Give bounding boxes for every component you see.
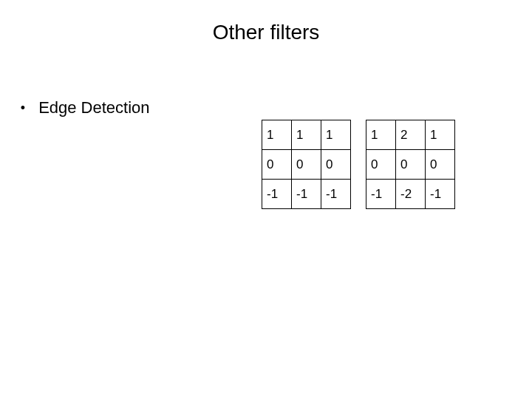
- matrix-cell: -1: [426, 180, 455, 209]
- matrix-cell: -1: [262, 180, 292, 209]
- matrices-container: 1 1 1 0 0 0 -1 -1 -1 1 2 1 0: [262, 120, 455, 209]
- slide: Other filters • Edge Detection 1 1 1 0 0…: [0, 0, 532, 399]
- matrix-cell: -1: [366, 180, 396, 209]
- matrix-cell: 0: [321, 150, 351, 180]
- matrix-cell: 1: [262, 120, 292, 150]
- table-row: 1 2 1: [366, 120, 455, 150]
- matrix-cell: 0: [366, 150, 396, 180]
- matrix-cell: 0: [426, 150, 455, 180]
- table-row: 1 1 1: [262, 120, 351, 150]
- matrix-cell: -2: [396, 180, 426, 209]
- matrix-cell: -1: [292, 180, 321, 209]
- table-row: 0 0 0: [366, 150, 455, 180]
- matrix-right: 1 2 1 0 0 0 -1 -2 -1: [366, 120, 455, 209]
- bullet-text: Edge Detection: [38, 98, 149, 117]
- matrix-cell: 1: [366, 120, 396, 150]
- matrix-cell: 0: [262, 150, 292, 180]
- matrix-cell: -1: [321, 180, 351, 209]
- matrix-cell: 2: [396, 120, 426, 150]
- slide-title: Other filters: [0, 21, 532, 44]
- table-row: -1 -2 -1: [366, 180, 455, 209]
- bullet-dot-icon: •: [16, 100, 30, 116]
- matrix-cell: 1: [321, 120, 351, 150]
- bullet-item: • Edge Detection: [16, 98, 150, 117]
- matrix-cell: 0: [396, 150, 426, 180]
- matrix-cell: 1: [426, 120, 455, 150]
- matrix-left: 1 1 1 0 0 0 -1 -1 -1: [262, 120, 351, 209]
- table-row: -1 -1 -1: [262, 180, 351, 209]
- table-row: 0 0 0: [262, 150, 351, 180]
- matrix-cell: 0: [292, 150, 321, 180]
- matrix-cell: 1: [292, 120, 321, 150]
